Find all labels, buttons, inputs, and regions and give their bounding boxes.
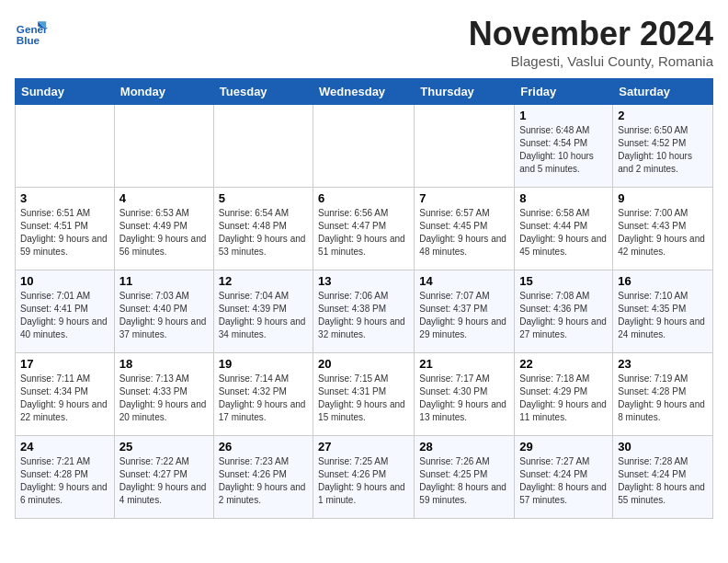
- day-detail: Sunrise: 7:04 AMSunset: 4:39 PMDaylight:…: [219, 290, 308, 341]
- day-detail: Sunrise: 7:27 AMSunset: 4:24 PMDaylight:…: [519, 455, 608, 507]
- day-number: 9: [618, 191, 708, 205]
- day-detail: Sunrise: 7:14 AMSunset: 4:32 PMDaylight:…: [219, 373, 308, 424]
- calendar-day-cell: [213, 105, 313, 188]
- day-detail: Sunrise: 7:06 AMSunset: 4:38 PMDaylight:…: [318, 290, 409, 341]
- calendar-day-cell: 30Sunrise: 7:28 AMSunset: 4:24 PMDayligh…: [613, 436, 713, 519]
- day-number: 16: [618, 274, 708, 288]
- calendar-day-cell: 22Sunrise: 7:18 AMSunset: 4:29 PMDayligh…: [515, 353, 613, 436]
- day-detail: Sunrise: 7:19 AMSunset: 4:28 PMDaylight:…: [618, 373, 708, 424]
- day-detail: Sunrise: 7:11 AMSunset: 4:34 PMDaylight:…: [20, 373, 109, 424]
- day-detail: Sunrise: 7:13 AMSunset: 4:33 PMDaylight:…: [119, 373, 209, 424]
- day-number: 22: [519, 357, 608, 371]
- day-number: 29: [519, 440, 608, 454]
- day-detail: Sunrise: 6:50 AMSunset: 4:52 PMDaylight:…: [618, 124, 708, 176]
- day-number: 20: [318, 357, 409, 371]
- day-detail: Sunrise: 7:08 AMSunset: 4:36 PMDaylight:…: [519, 290, 608, 341]
- day-detail: Sunrise: 7:07 AMSunset: 4:37 PMDaylight:…: [419, 290, 509, 341]
- calendar-week-row: 24Sunrise: 7:21 AMSunset: 4:28 PMDayligh…: [16, 436, 713, 519]
- calendar-day-cell: 8Sunrise: 6:58 AMSunset: 4:44 PMDaylight…: [515, 188, 613, 270]
- calendar-day-cell: 16Sunrise: 7:10 AMSunset: 4:35 PMDayligh…: [613, 270, 713, 353]
- day-number: 10: [20, 274, 109, 288]
- day-number: 19: [219, 357, 308, 371]
- day-number: 14: [419, 274, 509, 288]
- location-subtitle: Blagesti, Vaslui County, Romania: [469, 53, 713, 69]
- day-number: 5: [219, 191, 308, 205]
- day-number: 7: [419, 191, 509, 205]
- day-detail: Sunrise: 7:03 AMSunset: 4:40 PMDaylight:…: [119, 290, 209, 341]
- calendar-body: 1Sunrise: 6:48 AMSunset: 4:54 PMDaylight…: [16, 105, 713, 519]
- svg-text:Blue: Blue: [17, 34, 40, 46]
- calendar-day-cell: 15Sunrise: 7:08 AMSunset: 4:36 PMDayligh…: [515, 270, 613, 353]
- calendar-day-cell: 29Sunrise: 7:27 AMSunset: 4:24 PMDayligh…: [515, 436, 613, 519]
- day-number: 11: [119, 274, 209, 288]
- calendar-day-cell: 20Sunrise: 7:15 AMSunset: 4:31 PMDayligh…: [313, 353, 415, 436]
- day-number: 28: [419, 440, 509, 454]
- calendar-table: SundayMondayTuesdayWednesdayThursdayFrid…: [15, 78, 713, 519]
- calendar-day-cell: 17Sunrise: 7:11 AMSunset: 4:34 PMDayligh…: [16, 353, 115, 436]
- calendar-day-cell: 19Sunrise: 7:14 AMSunset: 4:32 PMDayligh…: [213, 353, 313, 436]
- day-number: 6: [318, 191, 409, 205]
- calendar-day-cell: 18Sunrise: 7:13 AMSunset: 4:33 PMDayligh…: [114, 353, 213, 436]
- day-number: 27: [318, 440, 409, 454]
- weekday-header: Wednesday: [313, 79, 415, 105]
- weekday-header: Saturday: [613, 79, 713, 105]
- day-number: 25: [119, 440, 209, 454]
- header-row: SundayMondayTuesdayWednesdayThursdayFrid…: [16, 79, 713, 105]
- calendar-week-row: 17Sunrise: 7:11 AMSunset: 4:34 PMDayligh…: [16, 353, 713, 436]
- calendar-day-cell: [415, 105, 515, 188]
- weekday-header: Monday: [114, 79, 213, 105]
- calendar-day-cell: 9Sunrise: 7:00 AMSunset: 4:43 PMDaylight…: [613, 188, 713, 270]
- page-header: General Blue November 2024 Blagesti, Vas…: [15, 15, 713, 69]
- day-number: 24: [20, 440, 109, 454]
- calendar-day-cell: 25Sunrise: 7:22 AMSunset: 4:27 PMDayligh…: [114, 436, 213, 519]
- day-detail: Sunrise: 7:23 AMSunset: 4:26 PMDaylight:…: [219, 455, 308, 507]
- day-number: 17: [20, 357, 109, 371]
- day-detail: Sunrise: 7:28 AMSunset: 4:24 PMDaylight:…: [618, 455, 708, 507]
- day-detail: Sunrise: 7:26 AMSunset: 4:25 PMDaylight:…: [419, 455, 509, 507]
- calendar-day-cell: [313, 105, 415, 188]
- calendar-week-row: 10Sunrise: 7:01 AMSunset: 4:41 PMDayligh…: [16, 270, 713, 353]
- day-detail: Sunrise: 6:57 AMSunset: 4:45 PMDaylight:…: [419, 207, 509, 259]
- calendar-day-cell: 26Sunrise: 7:23 AMSunset: 4:26 PMDayligh…: [213, 436, 313, 519]
- logo-icon: General Blue: [15, 15, 48, 48]
- calendar-day-cell: 24Sunrise: 7:21 AMSunset: 4:28 PMDayligh…: [16, 436, 115, 519]
- calendar-day-cell: 5Sunrise: 6:54 AMSunset: 4:48 PMDaylight…: [213, 188, 313, 270]
- title-block: November 2024 Blagesti, Vaslui County, R…: [469, 15, 713, 69]
- calendar-day-cell: [114, 105, 213, 188]
- day-number: 30: [618, 440, 708, 454]
- calendar-day-cell: 6Sunrise: 6:56 AMSunset: 4:47 PMDaylight…: [313, 188, 415, 270]
- day-number: 26: [219, 440, 308, 454]
- month-title: November 2024: [469, 15, 713, 53]
- calendar-day-cell: 28Sunrise: 7:26 AMSunset: 4:25 PMDayligh…: [415, 436, 515, 519]
- day-detail: Sunrise: 6:58 AMSunset: 4:44 PMDaylight:…: [519, 207, 608, 259]
- calendar-header: SundayMondayTuesdayWednesdayThursdayFrid…: [16, 79, 713, 105]
- day-detail: Sunrise: 7:15 AMSunset: 4:31 PMDaylight:…: [318, 373, 409, 424]
- calendar-day-cell: 21Sunrise: 7:17 AMSunset: 4:30 PMDayligh…: [415, 353, 515, 436]
- calendar-day-cell: 12Sunrise: 7:04 AMSunset: 4:39 PMDayligh…: [213, 270, 313, 353]
- weekday-header: Sunday: [16, 79, 115, 105]
- day-number: 21: [419, 357, 509, 371]
- calendar-week-row: 3Sunrise: 6:51 AMSunset: 4:51 PMDaylight…: [16, 188, 713, 270]
- day-number: 18: [119, 357, 209, 371]
- calendar-day-cell: 27Sunrise: 7:25 AMSunset: 4:26 PMDayligh…: [313, 436, 415, 519]
- day-number: 1: [519, 109, 608, 122]
- calendar-day-cell: 2Sunrise: 6:50 AMSunset: 4:52 PMDaylight…: [613, 105, 713, 188]
- calendar-day-cell: 10Sunrise: 7:01 AMSunset: 4:41 PMDayligh…: [16, 270, 115, 353]
- calendar-day-cell: [16, 105, 115, 188]
- calendar-day-cell: 23Sunrise: 7:19 AMSunset: 4:28 PMDayligh…: [613, 353, 713, 436]
- calendar-day-cell: 7Sunrise: 6:57 AMSunset: 4:45 PMDaylight…: [415, 188, 515, 270]
- calendar-day-cell: 4Sunrise: 6:53 AMSunset: 4:49 PMDaylight…: [114, 188, 213, 270]
- day-number: 8: [519, 191, 608, 205]
- day-detail: Sunrise: 7:01 AMSunset: 4:41 PMDaylight:…: [20, 290, 109, 341]
- calendar-day-cell: 13Sunrise: 7:06 AMSunset: 4:38 PMDayligh…: [313, 270, 415, 353]
- logo: General Blue: [15, 15, 48, 48]
- calendar-day-cell: 11Sunrise: 7:03 AMSunset: 4:40 PMDayligh…: [114, 270, 213, 353]
- weekday-header: Thursday: [415, 79, 515, 105]
- calendar-day-cell: 1Sunrise: 6:48 AMSunset: 4:54 PMDaylight…: [515, 105, 613, 188]
- day-number: 13: [318, 274, 409, 288]
- day-detail: Sunrise: 6:54 AMSunset: 4:48 PMDaylight:…: [219, 207, 308, 259]
- day-number: 15: [519, 274, 608, 288]
- day-detail: Sunrise: 7:25 AMSunset: 4:26 PMDaylight:…: [318, 455, 409, 507]
- day-detail: Sunrise: 7:00 AMSunset: 4:43 PMDaylight:…: [618, 207, 708, 259]
- day-detail: Sunrise: 7:22 AMSunset: 4:27 PMDaylight:…: [119, 455, 209, 507]
